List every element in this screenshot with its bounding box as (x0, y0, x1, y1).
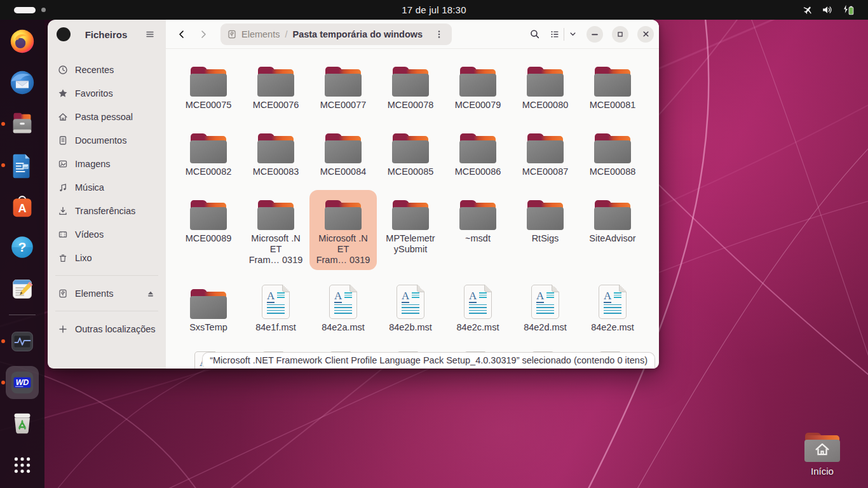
folder-icon (392, 200, 429, 230)
file-item[interactable]: MPTelemetr ySubmit (377, 190, 444, 259)
dock-thunderbird-icon[interactable] (6, 66, 39, 99)
folder-icon (190, 67, 227, 97)
running-indicator (1, 339, 5, 343)
sidebar-item-label: Recentes (75, 65, 156, 75)
file-item[interactable]: 84e1f.mst (242, 279, 309, 337)
download-icon (58, 206, 68, 216)
folder-icon (325, 133, 362, 163)
folder-icon (527, 200, 564, 230)
file-item[interactable]: Microsoft .N ET Fram… 0319 (309, 190, 377, 269)
file-item[interactable]: MCE00082 (175, 123, 242, 181)
file-item[interactable]: MCE00081 (579, 57, 646, 114)
sidebar-item-outras-localizações[interactable]: Outras localizações (53, 317, 161, 341)
view-toggle[interactable] (550, 28, 578, 41)
mst-file-icon (599, 285, 627, 319)
folder-icon (527, 133, 564, 163)
sidebar-item-imagens[interactable]: Imagens (53, 152, 161, 175)
file-item[interactable]: SiteAdvisor (579, 190, 646, 248)
file-icon-box (262, 282, 290, 319)
sidebar-item-pasta-pessoal[interactable]: Pasta pessoal (53, 105, 161, 128)
sidebar-item-favoritos[interactable]: Favoritos (53, 81, 161, 105)
folder-icon (325, 67, 362, 97)
folder-icon (527, 67, 564, 97)
file-item[interactable]: MCE00083 (242, 123, 309, 181)
file-item[interactable]: MCE00088 (579, 123, 646, 181)
dock-firefox-icon[interactable] (6, 25, 39, 58)
forward-button[interactable] (194, 25, 213, 44)
file-item[interactable]: MCE00089 (175, 190, 242, 248)
dock-text-editor-icon[interactable] (6, 272, 39, 305)
running-indicator (1, 163, 5, 167)
music-icon (58, 182, 68, 193)
menu-button[interactable] (142, 26, 158, 43)
file-item[interactable]: MCE00085 (377, 123, 444, 181)
eject-button[interactable] (146, 288, 156, 299)
file-icon-box (459, 126, 496, 163)
sidebar-item-transferências[interactable]: Transferências (53, 199, 161, 222)
dock-help-icon[interactable] (6, 231, 39, 264)
dock-files-icon[interactable] (6, 107, 39, 140)
file-item[interactable]: Microsoft .N ET Fram… 0319 (242, 190, 309, 269)
breadcrumb-device-label: Elements (241, 29, 280, 39)
wd-drive-icon (8, 368, 37, 397)
back-button[interactable] (172, 25, 191, 44)
file-item[interactable]: MCE00086 (444, 123, 512, 181)
desktop-home-folder[interactable]: Início (794, 433, 850, 477)
sidebar-item-recentes[interactable]: Recentes (53, 58, 161, 81)
folder-icon (257, 133, 294, 163)
folder-icon (190, 200, 227, 230)
file-item[interactable]: 84e2d.mst (512, 279, 579, 337)
dock-app-grid-icon[interactable] (6, 449, 39, 482)
mst-file-icon (329, 285, 357, 319)
file-item[interactable]: MCE00079 (444, 57, 512, 114)
file-label: MCE00084 (320, 166, 367, 177)
sidebar-item-lixo[interactable]: Lixo (53, 246, 161, 269)
dock-libreoffice-writer-icon[interactable] (6, 149, 39, 182)
clock[interactable]: 17 de jul 18:30 (0, 4, 868, 15)
file-icon-box (257, 60, 294, 97)
file-item[interactable]: MCE00084 (309, 123, 377, 181)
file-label: MCE00075 (186, 100, 232, 111)
file-label: MPTelemetr ySubmit (386, 233, 435, 255)
file-item[interactable]: MCE00076 (242, 57, 309, 114)
sidebar-item-documentos[interactable]: Documentos (53, 128, 161, 152)
dock-system-monitor-icon[interactable] (6, 325, 39, 358)
file-item[interactable]: ~msdt (444, 190, 512, 248)
file-label: MCE00077 (320, 100, 367, 111)
file-item[interactable]: 84e2e.mst (579, 279, 646, 337)
folder-icon (392, 133, 429, 163)
close-button[interactable] (637, 26, 654, 43)
file-item[interactable]: MCE00075 (175, 57, 242, 114)
file-item[interactable]: MCE00080 (512, 57, 579, 114)
sidebar-item-elements[interactable]: Elements (53, 281, 161, 305)
breadcrumb-device[interactable]: Elements (227, 29, 280, 39)
folder-icon (594, 133, 631, 163)
search-button[interactable] (524, 24, 545, 44)
minimize-button[interactable] (587, 26, 603, 43)
file-label: ~msdt (465, 233, 491, 244)
file-label: MCE00078 (388, 100, 434, 111)
file-item[interactable]: RtSigs (512, 190, 579, 248)
sidebar-item-vídeos[interactable]: Vídeos (53, 222, 161, 246)
dock-ubuntu-software-icon[interactable] (6, 190, 39, 223)
file-label: MCE00082 (186, 166, 232, 177)
file-label: 84e2e.mst (591, 322, 634, 333)
sidebar-item-música[interactable]: Música (53, 175, 161, 199)
trash-icon (58, 253, 68, 263)
file-item[interactable]: MCE00077 (309, 57, 377, 114)
file-item[interactable]: MCE00087 (512, 123, 579, 181)
file-item[interactable]: 84e2b.mst (377, 279, 444, 337)
dock-wd-drive-icon[interactable] (6, 366, 39, 399)
system-tray[interactable] (803, 4, 857, 16)
file-label: MCE00087 (522, 166, 569, 177)
dock-trash-icon[interactable] (6, 407, 39, 440)
file-item[interactable]: MCE00078 (377, 57, 444, 114)
kebab-menu-icon (434, 29, 444, 39)
path-menu-button[interactable] (430, 25, 448, 43)
file-item[interactable]: SxsTemp (175, 279, 242, 337)
maximize-button[interactable] (612, 26, 628, 43)
folder-icon (594, 200, 631, 230)
file-item[interactable]: 84e2c.mst (444, 279, 512, 337)
file-item[interactable]: 84e2a.mst (309, 279, 377, 337)
breadcrumb[interactable]: Elements / Pasta temporária do windows (220, 24, 452, 45)
